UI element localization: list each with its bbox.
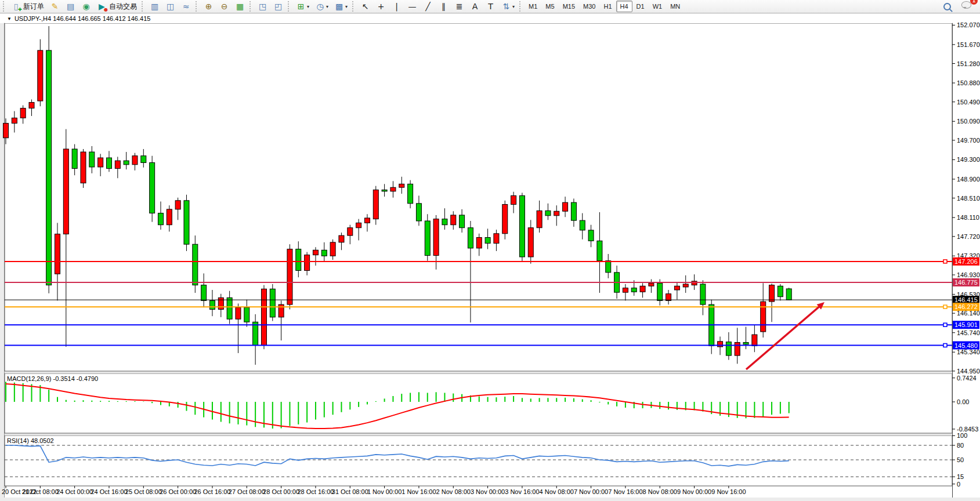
candle: [261, 285, 266, 350]
autotrading-button[interactable]: ▶●自动交易: [94, 0, 140, 13]
line-handle[interactable]: [943, 305, 947, 308]
price-line-label: 146.775: [954, 279, 978, 286]
crosshair-icon: +: [376, 2, 386, 11]
fibonacci-icon: ≣: [454, 2, 464, 11]
candle: [150, 156, 155, 222]
trendline-button[interactable]: ╱: [420, 0, 436, 13]
label-button[interactable]: T: [483, 0, 498, 13]
indicators-button[interactable]: ⊞▾: [293, 0, 312, 13]
timeframe-h4-button[interactable]: H4: [616, 1, 632, 12]
metaeditor-icon: ▤: [66, 2, 75, 11]
highlighter-icon: ✎: [50, 2, 60, 11]
price-axis-label: 149.300: [957, 156, 980, 163]
notifications-button[interactable]: 1: [959, 0, 974, 13]
macd-axis-label: -0.8453: [957, 426, 978, 433]
line-handle[interactable]: [943, 323, 947, 326]
left-margin: [0, 23, 5, 498]
bar-chart-button[interactable]: ▥: [147, 0, 162, 13]
toolbar-drag-handle[interactable]: [249, 1, 253, 12]
price-axis-label: 149.700: [957, 137, 980, 144]
bottom-strip: [0, 498, 980, 501]
candle: [287, 244, 292, 309]
symbol-dropdown-caret[interactable]: ▼: [7, 16, 12, 21]
timeframe-h1-button[interactable]: H1: [599, 1, 616, 12]
text-button[interactable]: A: [467, 0, 483, 13]
highlighter-button[interactable]: ✎: [47, 0, 63, 13]
horizontal-line-button[interactable]: —: [404, 0, 420, 13]
timeframe-m30-button[interactable]: M30: [579, 1, 599, 12]
chart-shift-button[interactable]: ◰: [270, 0, 286, 13]
timeframe-m1-button[interactable]: M1: [525, 1, 541, 12]
price-line-label: 147.206: [954, 258, 978, 265]
vertical-line-button[interactable]: |: [389, 0, 404, 13]
fibonacci-button[interactable]: ≣: [451, 0, 467, 13]
crosshair-button[interactable]: +: [373, 0, 389, 13]
candle: [786, 288, 791, 300]
candle: [81, 149, 86, 188]
metaeditor-button[interactable]: ▤: [63, 0, 78, 13]
line-chart-button[interactable]: ≈: [178, 0, 194, 13]
timeframe-m5-button[interactable]: M5: [541, 1, 558, 12]
community-button[interactable]: ◉: [78, 0, 94, 13]
arrows-button[interactable]: ⇅▾: [498, 0, 518, 13]
auto-arrange-button[interactable]: ◳: [255, 0, 270, 13]
price-line-label: 145.901: [954, 321, 978, 328]
timeframe-w1-button[interactable]: W1: [649, 1, 667, 12]
price-line-label: 146.415: [954, 296, 978, 303]
zoom-in-button[interactable]: ⊕: [201, 0, 216, 13]
line-chart-icon: ≈: [181, 2, 191, 11]
timeframe-mn-button[interactable]: MN: [666, 1, 684, 12]
cursor-button[interactable]: ↖: [357, 0, 373, 13]
search-icon: [943, 3, 951, 10]
date-axis-label: 31 Oct 08:00: [332, 488, 368, 495]
price-axis-label: 145.340: [957, 348, 980, 355]
timeframe-d1-button[interactable]: D1: [632, 1, 649, 12]
chart-title: USDJPY-,H4 146.644 146.665 146.412 146.4…: [15, 15, 150, 22]
toolbar-drag-handle[interactable]: [519, 1, 523, 12]
date-axis-label: 4 Nov 08:00: [540, 488, 574, 495]
price-axis-label: 150.090: [957, 118, 980, 125]
tile-windows-button[interactable]: ▦: [232, 0, 248, 13]
notification-badge: 1: [970, 0, 978, 5]
line-handle[interactable]: [943, 344, 947, 347]
toolbar-drag-handle[interactable]: [3, 1, 6, 12]
panel-separator[interactable]: [5, 434, 980, 435]
rsi-label: RSI(14) 48.0502: [7, 437, 54, 444]
community-icon: ◉: [81, 2, 91, 11]
zoom-out-button[interactable]: ⊖: [216, 0, 232, 13]
macd-axis-label: 0.00: [957, 398, 969, 405]
timeframe-m15-button[interactable]: M15: [559, 1, 579, 12]
date-axis-label: 3 Nov 00:00: [471, 488, 505, 495]
templates-button[interactable]: ▩▾: [331, 0, 350, 13]
toolbar-drag-handle[interactable]: [288, 1, 291, 12]
date-axis-label: 9 Nov 16:00: [711, 488, 746, 495]
macd-label: MACD(12,26,9) -0.3514 -0.4790: [7, 375, 98, 382]
channel-button[interactable]: ∥: [436, 0, 451, 13]
date-axis-label: 3 Nov 16:00: [505, 488, 539, 495]
candle: [46, 26, 52, 293]
toolbar-drag-handle[interactable]: [352, 1, 356, 12]
date-axis-label: 21 Oct 08:00: [22, 488, 59, 495]
candle: [519, 193, 525, 262]
candle: [709, 300, 714, 354]
text-icon: A: [470, 2, 480, 11]
line-handle[interactable]: [943, 260, 947, 263]
date-axis-label: 7 Nov 00:00: [574, 488, 608, 495]
macd-axis-label: 0.7424: [957, 375, 977, 382]
toolbar-drag-handle[interactable]: [196, 1, 199, 12]
date-axis-label: 1 Nov 16:00: [402, 488, 436, 495]
arrows-icon: ⇅: [501, 2, 511, 11]
chart-canvas[interactable]: MACD(12,26,9) -0.3514 -0.4790RSI(14) 48.…: [0, 0, 980, 501]
rsi-axis-label: 100: [957, 432, 967, 439]
toolbar-drag-handle[interactable]: [142, 1, 145, 12]
periods-button[interactable]: ◷▾: [312, 0, 331, 13]
new-order-button[interactable]: ▯✚新订单: [8, 0, 47, 13]
chevron-down-icon: ▾: [345, 4, 348, 9]
rsi-panel: [5, 435, 952, 486]
rsi-axis-label: 15: [957, 473, 964, 480]
candlestick-button[interactable]: ◫: [162, 0, 178, 13]
search-button[interactable]: [941, 0, 954, 13]
price-axis-label: 147.720: [957, 233, 980, 240]
panel-separator[interactable]: [5, 372, 980, 373]
price-line-label: 145.480: [954, 342, 978, 349]
